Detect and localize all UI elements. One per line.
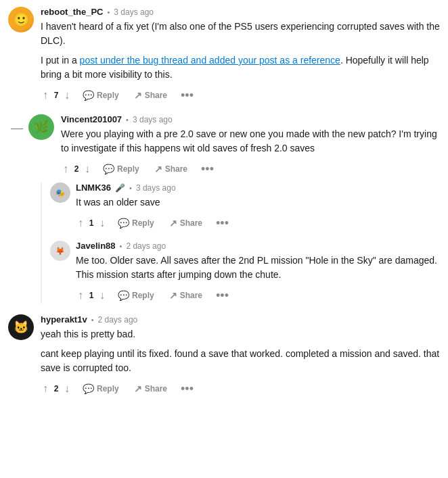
downvote-button[interactable]: ↓ bbox=[97, 216, 107, 231]
replies-section: 🎭 LNMK36 🎤 • 3 days ago It was an older … bbox=[41, 183, 440, 304]
more-button[interactable]: ••• bbox=[178, 88, 196, 103]
comment-text: I haven't heard of a fix yet (I'm also o… bbox=[41, 20, 440, 82]
actions: ↑ 2 ↓ 💬 Reply ↗ Share ••• bbox=[61, 161, 440, 177]
vote-group: ↑ 2 ↓ bbox=[61, 162, 92, 176]
share-label: Share bbox=[180, 291, 202, 300]
timestamp: 2 days ago bbox=[98, 315, 138, 325]
username[interactable]: Vincent201007 bbox=[61, 114, 122, 124]
vote-group: ↑ 1 ↓ bbox=[76, 288, 107, 303]
comment-body: hyperakt1v • 2 days ago yeah this is pre… bbox=[41, 314, 440, 397]
share-icon: ↗ bbox=[154, 164, 162, 174]
more-button[interactable]: ••• bbox=[178, 381, 196, 396]
reply-icon: 💬 bbox=[118, 218, 129, 229]
comment-body: Vincent201007 • 3 days ago Were you play… bbox=[61, 114, 440, 177]
timestamp: 3 days ago bbox=[114, 7, 154, 17]
comment-vincent: 🌿 Vincent201007 • 3 days ago Were you pl… bbox=[28, 114, 440, 177]
vote-count: 2 bbox=[73, 164, 80, 174]
vote-group: ↑ 1 ↓ bbox=[76, 216, 107, 231]
reply-lnmk: 🎭 LNMK36 🎤 • 3 days ago It was an older … bbox=[50, 183, 440, 231]
actions: ↑ 2 ↓ 💬 Reply ↗ Share ••• bbox=[41, 381, 440, 397]
share-icon: ↗ bbox=[169, 218, 177, 229]
actions: ↑ 7 ↓ 💬 Reply ↗ Share ••• bbox=[41, 87, 440, 103]
username[interactable]: LNMK36 bbox=[76, 183, 111, 193]
upvote-button[interactable]: ↑ bbox=[41, 381, 50, 396]
share-label: Share bbox=[145, 384, 167, 393]
vote-count: 7 bbox=[53, 91, 60, 100]
more-button[interactable]: ••• bbox=[198, 162, 217, 176]
more-button[interactable]: ••• bbox=[213, 216, 231, 231]
reply-label: Reply bbox=[132, 218, 154, 228]
reply-label: Reply bbox=[97, 384, 119, 393]
share-label: Share bbox=[180, 218, 202, 228]
downvote-button[interactable]: ↓ bbox=[62, 381, 72, 396]
avatar: 🙂 bbox=[8, 7, 34, 32]
upvote-button[interactable]: ↑ bbox=[76, 216, 85, 231]
reply-button[interactable]: 💬 Reply bbox=[99, 161, 143, 177]
avatar: 🎭 bbox=[50, 183, 70, 203]
comment-text: It was an older save bbox=[76, 195, 440, 210]
comment-text: Were you playing with a pre 2.0 save or … bbox=[61, 127, 440, 156]
more-button[interactable]: ••• bbox=[213, 288, 231, 303]
username[interactable]: Javelin88 bbox=[76, 241, 116, 251]
comment-header: Vincent201007 • 3 days ago bbox=[61, 114, 440, 124]
comment-thread: 🙂 reboot_the_PC • 3 days ago I haven't h… bbox=[0, 0, 448, 414]
collapse-button[interactable]: — bbox=[8, 120, 26, 137]
comment-header: reboot_the_PC • 3 days ago bbox=[41, 7, 440, 17]
share-button[interactable]: ↗ Share bbox=[130, 381, 171, 397]
vote-group: ↑ 2 ↓ bbox=[41, 381, 72, 396]
mic-icon: 🎤 bbox=[115, 183, 125, 193]
comment-hyperakt: 🐱 hyperakt1v • 2 days ago yeah this is p… bbox=[8, 314, 440, 397]
comment-reboot: 🙂 reboot_the_PC • 3 days ago I haven't h… bbox=[8, 7, 440, 103]
collapse-area: — 🌿 Vincent201007 • 3 days ago Were you … bbox=[8, 114, 440, 183]
share-label: Share bbox=[165, 164, 187, 174]
vote-count: 2 bbox=[53, 384, 60, 393]
comment-body: LNMK36 🎤 • 3 days ago It was an older sa… bbox=[76, 183, 440, 231]
reply-icon: 💬 bbox=[83, 383, 94, 394]
share-button[interactable]: ↗ Share bbox=[165, 287, 206, 304]
reply-label: Reply bbox=[97, 91, 119, 100]
vote-count: 1 bbox=[88, 218, 95, 228]
reply-icon: 💬 bbox=[118, 290, 129, 301]
upvote-button[interactable]: ↑ bbox=[76, 288, 85, 303]
username[interactable]: reboot_the_PC bbox=[41, 7, 103, 17]
timestamp: 3 days ago bbox=[136, 183, 176, 193]
comment-text: Me too. Older save. All saves after the … bbox=[76, 254, 440, 282]
reply-button[interactable]: 💬 Reply bbox=[114, 287, 158, 304]
vote-count: 1 bbox=[88, 291, 95, 300]
downvote-button[interactable]: ↓ bbox=[97, 288, 107, 303]
share-icon: ↗ bbox=[134, 90, 142, 101]
upvote-button[interactable]: ↑ bbox=[41, 88, 50, 103]
reply-icon: 💬 bbox=[83, 90, 94, 101]
avatar: 🌿 bbox=[28, 114, 54, 140]
avatar: 🐱 bbox=[8, 314, 34, 340]
bug-thread-link[interactable]: post under the bug thread and added your… bbox=[80, 55, 340, 66]
reply-button[interactable]: 💬 Reply bbox=[114, 215, 158, 231]
actions: ↑ 1 ↓ 💬 Reply ↗ Share ••• bbox=[76, 215, 440, 231]
share-icon: ↗ bbox=[134, 383, 142, 394]
share-button[interactable]: ↗ Share bbox=[150, 161, 192, 177]
downvote-button[interactable]: ↓ bbox=[62, 88, 72, 103]
share-label: Share bbox=[145, 91, 167, 100]
comment-header: Javelin88 • 2 days ago bbox=[76, 241, 440, 251]
comment-body: reboot_the_PC • 3 days ago I haven't hea… bbox=[41, 7, 440, 103]
comment-body: Javelin88 • 2 days ago Me too. Older sav… bbox=[76, 241, 440, 304]
actions: ↑ 1 ↓ 💬 Reply ↗ Share ••• bbox=[76, 287, 440, 304]
reply-label: Reply bbox=[132, 291, 154, 300]
share-button[interactable]: ↗ Share bbox=[130, 87, 171, 103]
downvote-button[interactable]: ↓ bbox=[83, 162, 92, 176]
share-button[interactable]: ↗ Share bbox=[165, 215, 206, 231]
timestamp: 3 days ago bbox=[133, 115, 173, 124]
comment-section-vincent: — 🌿 Vincent201007 • 3 days ago Were you … bbox=[8, 114, 440, 304]
reply-javelin: 🦊 Javelin88 • 2 days ago Me too. Older s… bbox=[50, 241, 440, 304]
reply-button[interactable]: 💬 Reply bbox=[79, 87, 123, 103]
reply-label: Reply bbox=[117, 164, 139, 174]
avatar: 🦊 bbox=[50, 241, 70, 261]
upvote-button[interactable]: ↑ bbox=[61, 162, 70, 176]
timestamp: 2 days ago bbox=[126, 241, 166, 251]
reply-icon: 💬 bbox=[103, 164, 114, 174]
comment-header: LNMK36 🎤 • 3 days ago bbox=[76, 183, 440, 193]
username[interactable]: hyperakt1v bbox=[41, 314, 87, 325]
reply-button[interactable]: 💬 Reply bbox=[79, 381, 123, 397]
share-icon: ↗ bbox=[169, 290, 177, 301]
comment-text: yeah this is pretty bad. cant keep playi… bbox=[41, 327, 440, 375]
